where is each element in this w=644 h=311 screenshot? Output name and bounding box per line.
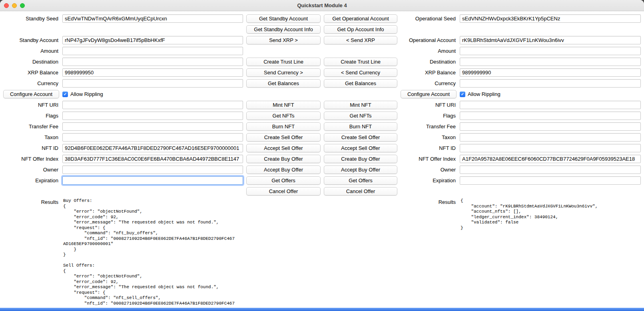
standby-destination-label: Destination	[3, 59, 59, 65]
create-buy-offer-standby-button[interactable]: Create Buy Offer	[246, 155, 321, 163]
send-currency-standby-button[interactable]: Send Currency >	[246, 68, 321, 77]
standby-flags-label: Flags	[3, 113, 59, 119]
minimize-button[interactable]	[12, 3, 17, 8]
operational-expiration-input[interactable]	[460, 176, 641, 185]
operational-currency-label: Currency	[401, 80, 457, 86]
get-standby-account-info-button[interactable]: Get Standby Account Info	[246, 25, 321, 34]
standby-allow-rippling-checkbox[interactable]	[62, 92, 68, 97]
bottom-edge-strip	[0, 308, 644, 311]
standby-expiration-label: Expiration	[3, 177, 59, 183]
operational-seed-label: Operational Seed	[401, 16, 457, 22]
standby-nft-uri-input[interactable]	[62, 101, 243, 109]
cancel-offer-standby-button[interactable]: Cancel Offer	[246, 187, 321, 195]
operational-owner-input[interactable]	[460, 165, 641, 174]
standby-nft-uri-label: NFT URI	[3, 102, 59, 108]
standby-currency-label: Currency	[3, 80, 59, 86]
operational-taxon-input[interactable]	[460, 133, 641, 142]
standby-flags-input[interactable]	[62, 112, 243, 120]
operational-owner-label: Owner	[401, 167, 457, 173]
mint-nft-operational-button[interactable]: Mint NFT	[324, 101, 397, 109]
operational-amount-input[interactable]	[460, 47, 641, 55]
mint-nft-standby-button[interactable]: Mint NFT	[246, 101, 321, 109]
standby-seed-label: Standby Seed	[3, 16, 59, 22]
standby-xrp-balance-label: XRP Balance	[3, 70, 59, 76]
standby-owner-label: Owner	[3, 167, 59, 173]
accept-sell-offer-standby-button[interactable]: Accept Sell Offer	[246, 144, 321, 152]
operational-flags-input[interactable]	[460, 112, 641, 120]
get-offers-standby-button[interactable]: Get Offers	[246, 176, 321, 185]
operational-account-input[interactable]	[460, 36, 641, 44]
standby-account-input[interactable]	[62, 36, 243, 44]
standby-nft-id-input[interactable]	[62, 144, 243, 152]
get-balances-standby-button[interactable]: Get Balances	[246, 79, 321, 88]
standby-seed-input[interactable]	[62, 14, 243, 23]
cancel-offer-operational-button[interactable]: Cancel Offer	[324, 187, 397, 195]
standby-destination-input[interactable]	[62, 58, 243, 66]
operational-amount-label: Amount	[401, 48, 457, 54]
operational-xrp-balance-label: XRP Balance	[401, 70, 457, 76]
window-title: Quickstart Module 4	[297, 2, 347, 8]
create-trust-line-operational-button[interactable]: Create Trust Line	[324, 58, 397, 66]
operational-seed-input[interactable]	[460, 14, 641, 23]
get-op-account-info-button[interactable]: Get Op Account Info	[324, 25, 397, 34]
create-sell-offer-operational-button[interactable]: Create Sell Offer	[324, 133, 397, 142]
burn-nft-operational-button[interactable]: Burn NFT	[324, 122, 397, 131]
close-button[interactable]	[4, 3, 9, 8]
operational-destination-input[interactable]	[460, 58, 641, 66]
operational-expiration-label: Expiration	[401, 177, 457, 183]
standby-results-label: Results	[3, 198, 59, 205]
titlebar: Quickstart Module 4	[0, 0, 644, 11]
create-sell-offer-standby-button[interactable]: Create Sell Offer	[246, 133, 321, 142]
standby-expiration-input[interactable]	[62, 176, 243, 185]
operational-nft-id-label: NFT ID	[401, 145, 457, 151]
get-balances-operational-button[interactable]: Get Balances	[324, 79, 397, 88]
operational-results-label: Results	[401, 198, 457, 205]
get-standby-account-button[interactable]: Get Standby Account	[246, 14, 321, 23]
standby-owner-input[interactable]	[62, 165, 243, 174]
operational-nft-uri-label: NFT URI	[401, 102, 457, 108]
operational-allow-rippling-label: Allow Rippling	[468, 91, 500, 97]
standby-xrp-balance-input[interactable]	[62, 68, 243, 77]
standby-taxon-input[interactable]	[62, 133, 243, 142]
send-xrp-standby-button[interactable]: Send XRP >	[246, 36, 321, 44]
get-offers-operational-button[interactable]: Get Offers	[324, 176, 397, 185]
operational-allow-rippling-checkbox[interactable]	[460, 92, 465, 97]
burn-nft-standby-button[interactable]: Burn NFT	[246, 122, 321, 131]
accept-buy-offer-operational-button[interactable]: Accept Buy Offer	[324, 165, 397, 174]
standby-amount-label: Amount	[3, 48, 59, 54]
operational-account-label: Operational Account	[401, 37, 457, 43]
operational-transfer-fee-input[interactable]	[460, 122, 641, 131]
operational-allow-rippling: Allow Rippling	[460, 91, 641, 97]
get-operational-account-button[interactable]: Get Operational Account	[324, 14, 397, 23]
operational-transfer-fee-label: Transfer Fee	[401, 124, 457, 130]
standby-amount-input[interactable]	[62, 47, 243, 55]
create-buy-offer-operational-button[interactable]: Create Buy Offer	[324, 155, 397, 163]
operational-nft-id-input[interactable]	[460, 144, 641, 152]
standby-transfer-fee-input[interactable]	[62, 122, 243, 131]
operational-nft-uri-input[interactable]	[460, 101, 641, 109]
standby-taxon-label: Taxon	[3, 134, 59, 140]
send-xrp-operational-button[interactable]: < Send XRP	[324, 36, 397, 44]
create-trust-line-standby-button[interactable]: Create Trust Line	[246, 58, 321, 66]
standby-results-box[interactable]: Buy Offers: { "error": "objectNotFound",…	[62, 198, 243, 306]
get-nfts-operational-button[interactable]: Get NFTs	[324, 112, 397, 120]
accept-buy-offer-standby-button[interactable]: Accept Buy Offer	[246, 165, 321, 174]
send-currency-operational-button[interactable]: < Send Currency	[324, 68, 397, 77]
standby-allow-rippling: Allow Rippling	[62, 91, 243, 97]
standby-transfer-fee-label: Transfer Fee	[3, 124, 59, 130]
accept-sell-offer-operational-button[interactable]: Accept Sell Offer	[324, 144, 397, 152]
operational-flags-label: Flags	[401, 113, 457, 119]
get-nfts-standby-button[interactable]: Get NFTs	[246, 112, 321, 120]
operational-currency-input[interactable]	[460, 79, 641, 88]
configure-standby-account-button[interactable]: Configure Account	[3, 90, 59, 98]
configure-operational-account-button[interactable]: Configure Account	[401, 90, 457, 98]
operational-results-box[interactable]: { "account": "rK9LBRhStdmtAaVdJXGVF1LnKW…	[460, 198, 641, 306]
zoom-button[interactable]	[20, 3, 25, 8]
standby-currency-input[interactable]	[62, 79, 243, 88]
standby-account-label: Standby Account	[3, 37, 59, 43]
standby-nft-offer-index-input[interactable]	[62, 155, 243, 163]
standby-allow-rippling-label: Allow Rippling	[70, 91, 103, 97]
operational-taxon-label: Taxon	[401, 134, 457, 140]
operational-xrp-balance-input[interactable]	[460, 68, 641, 77]
operational-nft-offer-index-input[interactable]	[460, 155, 641, 163]
